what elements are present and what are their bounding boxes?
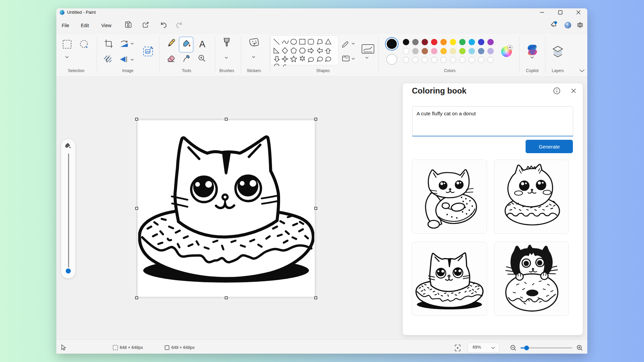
svg-text:A: A [199,39,205,49]
